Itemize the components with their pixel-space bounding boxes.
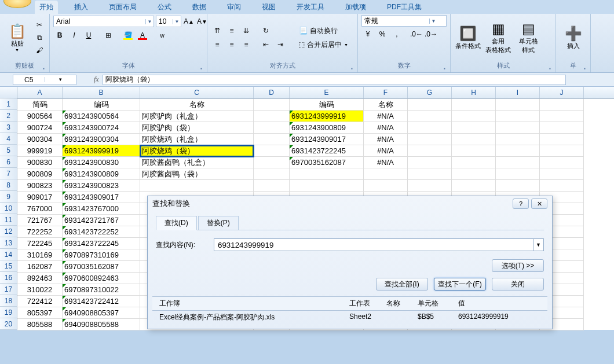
font-name-combo[interactable]: ▼: [53, 16, 154, 27]
cell[interactable]: 阿胶驴肉（袋）: [140, 122, 254, 134]
ribbon-tab[interactable]: 视图: [257, 1, 280, 14]
ribbon-tab[interactable]: 插入: [70, 1, 93, 14]
cell[interactable]: 767000: [17, 203, 63, 215]
dialog-titlebar[interactable]: 查找和替换 ? ✕: [148, 196, 552, 211]
cell[interactable]: 6931243999919: [63, 145, 140, 157]
row-header[interactable]: 19: [0, 307, 17, 318]
cut-button[interactable]: ✂: [33, 19, 46, 31]
currency-button[interactable]: ¥: [361, 28, 374, 40]
cell[interactable]: 6931243900809: [63, 168, 140, 180]
column-header[interactable]: B: [63, 87, 140, 98]
wrap-text-button[interactable]: 📃自动换行: [295, 24, 352, 37]
tab-replace[interactable]: 替换(P): [198, 216, 239, 230]
dialog-close-button[interactable]: 关闭: [492, 278, 544, 291]
cell[interactable]: #N/A: [364, 122, 408, 134]
cell[interactable]: 6931243909017: [63, 192, 140, 203]
cell[interactable]: 阿胶酱卤鸭（袋）: [140, 168, 254, 180]
cell[interactable]: [290, 168, 364, 180]
ribbon-tab[interactable]: 开发工具: [292, 1, 329, 14]
border-button[interactable]: ⊞: [102, 30, 115, 41]
cell[interactable]: 名称: [140, 99, 254, 111]
cell[interactable]: [540, 157, 584, 168]
column-header[interactable]: D: [254, 87, 290, 98]
cell[interactable]: [290, 180, 364, 192]
cell[interactable]: #N/A: [364, 145, 408, 157]
cell[interactable]: 简码: [17, 99, 63, 111]
row-header[interactable]: 15: [0, 260, 17, 272]
indent-increase-button[interactable]: ⇥: [274, 39, 287, 50]
cell[interactable]: [254, 168, 290, 180]
orientation-button[interactable]: ↻: [260, 25, 272, 36]
italic-button[interactable]: I: [68, 30, 81, 41]
row-header[interactable]: 5: [0, 145, 17, 156]
increase-decimal-button[interactable]: .0←: [410, 28, 423, 40]
row-header[interactable]: 20: [0, 318, 17, 330]
name-box[interactable]: C5▼: [13, 75, 76, 85]
cell[interactable]: 999919: [17, 145, 63, 157]
row-header[interactable]: 18: [0, 295, 17, 307]
cell[interactable]: [496, 122, 540, 134]
format-painter-button[interactable]: 🖌: [33, 45, 46, 56]
row-header[interactable]: 16: [0, 272, 17, 284]
align-center-button[interactable]: ≡: [225, 39, 238, 50]
cell[interactable]: 900809: [17, 168, 63, 180]
cell[interactable]: 编码: [63, 99, 140, 111]
select-all-corner[interactable]: [0, 87, 17, 98]
column-header[interactable]: C: [140, 87, 254, 98]
cell[interactable]: [254, 122, 290, 134]
cell[interactable]: [254, 145, 290, 157]
cell[interactable]: #N/A: [364, 111, 408, 122]
cell[interactable]: [496, 111, 540, 122]
close-button[interactable]: ✕: [531, 198, 547, 209]
column-header[interactable]: G: [408, 87, 452, 98]
cell[interactable]: #N/A: [364, 157, 408, 168]
font-size-combo[interactable]: ▼: [156, 16, 181, 27]
cell[interactable]: [540, 99, 584, 111]
cell[interactable]: [540, 145, 584, 157]
formula-bar[interactable]: 阿胶烧鸡（袋）: [103, 75, 566, 85]
cell-styles-button[interactable]: ▤单元格 样式: [514, 17, 542, 58]
find-input[interactable]: [214, 239, 533, 251]
row-header[interactable]: 2: [0, 110, 17, 122]
copy-button[interactable]: ⧉: [33, 32, 46, 43]
cell[interactable]: [452, 168, 496, 180]
row-header[interactable]: 4: [0, 133, 17, 145]
cell[interactable]: [452, 157, 496, 168]
cell[interactable]: 6970035162087: [63, 261, 140, 273]
shrink-font-button[interactable]: A▼: [196, 16, 208, 27]
cell[interactable]: 162087: [17, 261, 63, 273]
options-button[interactable]: 选项(T) >>: [492, 259, 544, 272]
ribbon-tab[interactable]: 开始: [35, 1, 58, 14]
cell[interactable]: [408, 168, 452, 180]
ribbon-tab[interactable]: 数据: [188, 1, 211, 14]
cell[interactable]: 6931423721767: [63, 215, 140, 226]
cell[interactable]: [496, 134, 540, 145]
ribbon-tab[interactable]: PDF工具集: [382, 1, 426, 14]
grow-font-button[interactable]: A▲: [183, 16, 195, 27]
cell[interactable]: 阿胶酱卤鸭（礼盒）: [140, 157, 254, 168]
conditional-format-button[interactable]: 🔲条件格式: [454, 17, 482, 58]
cell[interactable]: 6931243900304: [63, 134, 140, 145]
ribbon-tab[interactable]: 加载项: [341, 1, 371, 14]
cell[interactable]: 892463: [17, 273, 63, 284]
column-header[interactable]: F: [364, 87, 408, 98]
cell[interactable]: 310169: [17, 249, 63, 261]
cell[interactable]: 722412: [17, 296, 63, 307]
row-header[interactable]: 6: [0, 156, 17, 168]
underline-button[interactable]: U: [82, 30, 95, 41]
decrease-decimal-button[interactable]: .0→: [425, 28, 437, 40]
merge-center-button[interactable]: ⬚合并后居中▼: [295, 38, 352, 51]
cell[interactable]: [452, 111, 496, 122]
cell[interactable]: [408, 99, 452, 111]
cell[interactable]: [540, 168, 584, 180]
cell[interactable]: 6931243900564: [63, 111, 140, 122]
cell[interactable]: [452, 122, 496, 134]
cell[interactable]: 722252: [17, 226, 63, 238]
ribbon-tab[interactable]: 页面布局: [104, 1, 141, 14]
align-bottom-button[interactable]: ⇊: [240, 25, 253, 36]
cell[interactable]: [540, 111, 584, 122]
phonetic-button[interactable]: w: [156, 30, 169, 41]
cell[interactable]: [254, 99, 290, 111]
row-header[interactable]: 10: [0, 203, 17, 214]
insert-cells-button[interactable]: ➕插入: [560, 17, 587, 58]
